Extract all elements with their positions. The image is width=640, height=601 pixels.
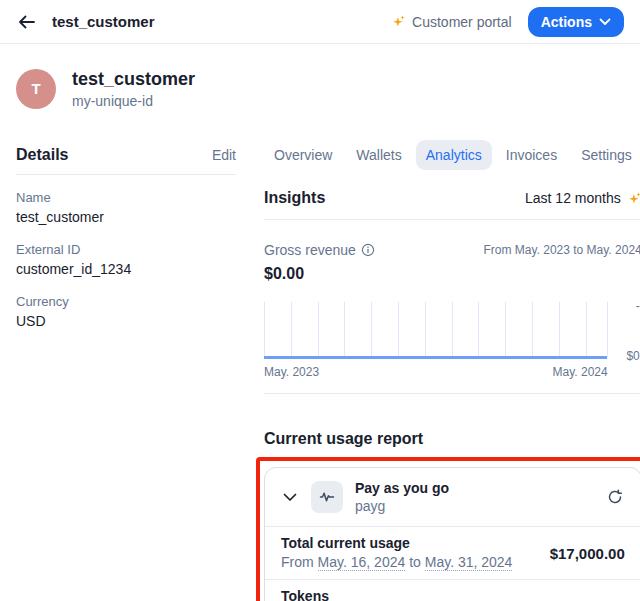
y-tick-top: - <box>636 299 640 313</box>
topbar-title: test_customer <box>52 13 155 30</box>
period-date-to[interactable]: May. 31, 2024 <box>425 554 513 571</box>
insights-header: Insights Last 12 months <box>264 189 640 220</box>
refresh-icon <box>607 489 623 505</box>
pulse-icon <box>319 489 335 505</box>
topbar: test_customer Customer portal Actions <box>0 0 640 44</box>
period-label: Last 12 months <box>525 190 621 206</box>
customer-header: T test_customer my-unique-id <box>16 68 624 109</box>
usage-item-text: Tokens openai_tokens <box>281 587 372 601</box>
analytics-panel: Overview Wallets Analytics Invoices Sett… <box>264 135 640 601</box>
field-value: test_customer <box>16 208 236 227</box>
customer-unique-id: my-unique-id <box>72 93 195 109</box>
plan-titles: Pay as you go payg <box>355 479 449 515</box>
chart-y-axis: - $0 <box>608 302 640 358</box>
x-tick-left: May. 2023 <box>264 365 319 379</box>
chart-plot-area <box>264 302 608 358</box>
sparkle-icon <box>627 191 640 206</box>
sparkle-icon <box>391 14 406 29</box>
back-button[interactable] <box>16 13 38 31</box>
field-value: USD <box>16 312 236 331</box>
usage-card: Pay as you go payg Total current usage <box>264 467 640 601</box>
detail-field-name: Name test_customer <box>16 189 236 227</box>
gross-revenue-label-group: Gross revenue <box>264 242 375 258</box>
tab-analytics[interactable]: Analytics <box>416 140 492 170</box>
topbar-actions: Customer portal Actions <box>391 7 624 37</box>
refresh-button[interactable] <box>605 487 625 507</box>
total-usage-row: Total current usage From May. 16, 2024 t… <box>265 526 640 579</box>
customer-identity: test_customer my-unique-id <box>72 68 195 109</box>
total-usage-text: Total current usage From May. 16, 2024 t… <box>281 534 512 572</box>
total-usage-amount: $17,000.00 <box>550 545 625 562</box>
gross-revenue-range: From May. 2023 to May. 2024 <box>483 243 640 257</box>
chevron-down-icon <box>283 493 297 502</box>
chart-zero-line <box>264 356 607 359</box>
plan-icon-tile <box>311 481 343 513</box>
avatar: T <box>16 69 56 109</box>
total-usage-label: Total current usage <box>281 534 512 553</box>
customer-name: test_customer <box>72 68 195 90</box>
tab-bar: Overview Wallets Analytics Invoices Sett… <box>264 135 640 175</box>
tab-settings[interactable]: Settings <box>571 140 640 170</box>
chevron-down-icon <box>599 18 611 26</box>
period-date-from[interactable]: May. 16, 2024 <box>318 554 406 571</box>
edit-button[interactable]: Edit <box>212 147 236 163</box>
plan-code: payg <box>355 497 449 515</box>
gross-revenue-label: Gross revenue <box>264 242 356 258</box>
usage-item-name: Tokens <box>281 587 372 601</box>
plan-header-row: Pay as you go payg <box>265 468 640 526</box>
usage-card-wrapper: Pay as you go payg Total current usage <box>264 467 640 601</box>
actions-button[interactable]: Actions <box>528 7 624 37</box>
field-label: Name <box>16 189 236 206</box>
tab-overview[interactable]: Overview <box>264 140 342 170</box>
tab-wallets[interactable]: Wallets <box>346 140 411 170</box>
details-title: Details <box>16 146 68 164</box>
y-tick-bottom: $0 <box>626 349 639 363</box>
main-content: Details Edit Name test_customer External… <box>0 135 640 601</box>
x-tick-right: May. 2024 <box>553 365 608 379</box>
period-to-word: to <box>409 554 421 570</box>
detail-field-currency: Currency USD <box>16 293 236 331</box>
field-label: External ID <box>16 241 236 258</box>
usage-report-title: Current usage report <box>264 430 640 448</box>
back-arrow-icon <box>18 15 36 29</box>
customer-portal-button[interactable]: Customer portal <box>391 14 512 30</box>
chart-x-axis: May. 2023 May. 2024 <box>264 365 608 379</box>
plan-name: Pay as you go <box>355 479 449 497</box>
actions-label: Actions <box>541 14 592 30</box>
insights-title: Insights <box>264 189 325 207</box>
gross-revenue-chart: - $0 <box>264 302 640 358</box>
customer-portal-label: Customer portal <box>412 14 512 30</box>
details-header: Details Edit <box>16 135 236 175</box>
field-value: customer_id_1234 <box>16 260 236 279</box>
period-selector[interactable]: Last 12 months <box>525 190 640 206</box>
usage-item-row: Tokens openai_tokens <box>265 579 640 601</box>
info-icon[interactable] <box>361 243 375 257</box>
period-from-word: From <box>281 554 314 570</box>
section-divider <box>264 393 640 394</box>
detail-field-external-id: External ID customer_id_1234 <box>16 241 236 279</box>
details-panel: Details Edit Name test_customer External… <box>16 135 236 601</box>
collapse-button[interactable] <box>281 491 299 504</box>
tab-invoices[interactable]: Invoices <box>496 140 567 170</box>
total-usage-period: From May. 16, 2024 to May. 31, 2024 <box>281 553 512 572</box>
gross-revenue-header: Gross revenue From May. 2023 to May. 202… <box>264 242 640 258</box>
gross-revenue-amount: $0.00 <box>264 265 640 283</box>
field-label: Currency <box>16 293 236 310</box>
